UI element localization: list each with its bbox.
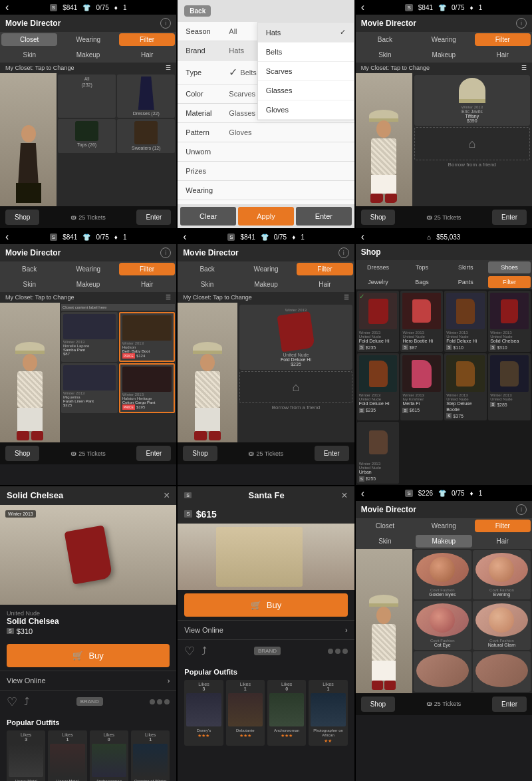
tab-filter-6[interactable]: Filter bbox=[488, 276, 531, 288]
outfit-4-8[interactable]: Likes1 Photographer on African ★★ bbox=[309, 680, 347, 746]
borrow-label-5[interactable]: Borrow from a friend bbox=[239, 404, 352, 410]
brand-btn-8[interactable]: BRAND bbox=[254, 647, 281, 655]
makeup-item-9-1[interactable]: Covit Fashion Golden Eyes bbox=[414, 550, 471, 599]
shop-btn-5[interactable]: Shop bbox=[183, 446, 217, 461]
tab-filter-9[interactable]: Filter bbox=[475, 520, 531, 532]
shop-item-6-2[interactable]: Winter 2013 United Nude Hero Bootie Hi S… bbox=[400, 291, 443, 352]
share-icon-8[interactable]: ⤴ bbox=[201, 645, 207, 657]
buy-btn-7[interactable]: 🛒 Buy bbox=[7, 644, 170, 667]
enter-btn-4[interactable]: Enter bbox=[136, 446, 171, 461]
borrow-label-3[interactable]: Borrow from a friend bbox=[414, 162, 530, 168]
tab-dresses-6[interactable]: Dresses bbox=[357, 261, 400, 273]
outfit-2-8[interactable]: Likes1 Debutante ★★★ bbox=[226, 680, 265, 746]
filter-wearing[interactable]: Wearing bbox=[178, 181, 354, 200]
makeup-item-9-3[interactable]: Covit Fashion Cat Eye bbox=[414, 601, 471, 650]
view-online-7[interactable]: View Online › bbox=[0, 671, 176, 690]
heart-icon-7[interactable]: ♡ bbox=[7, 695, 17, 709]
back-arrow-6[interactable]: ‹ bbox=[361, 231, 364, 243]
option-hats[interactable]: Hats✓ bbox=[258, 23, 354, 43]
outfit-3-7[interactable]: Likes0 Anchorwoman ★★★ bbox=[90, 730, 128, 781]
filter-clear-btn[interactable]: Clear bbox=[180, 207, 236, 226]
tab-filter-5[interactable]: Filter bbox=[297, 263, 352, 275]
outfit-1-7[interactable]: Likes3 Heavy Metal Rocker ★★★★ bbox=[7, 730, 45, 781]
tab-bags-6[interactable]: Bags bbox=[401, 276, 444, 288]
share-icon-7[interactable]: ⤴ bbox=[24, 696, 29, 708]
subtab-skin-9[interactable]: Skin bbox=[357, 535, 413, 547]
subtab-hair-3[interactable]: Hair bbox=[475, 49, 531, 61]
subtab-hair-4[interactable]: Hair bbox=[119, 278, 175, 291]
item-dresses-1[interactable]: Dresses (22) bbox=[117, 75, 175, 118]
tab-wearing-9[interactable]: Wearing bbox=[416, 520, 471, 532]
makeup-item-9-5[interactable] bbox=[414, 651, 471, 692]
shop-item-6-1[interactable]: ✓ Winter 2013 United Nude Fold Deluxe Hi… bbox=[357, 291, 400, 352]
info-icon-4[interactable]: i bbox=[160, 247, 171, 258]
filter-apply-btn[interactable]: Apply bbox=[238, 207, 294, 226]
item-tops-1[interactable]: Tops (26) bbox=[58, 119, 116, 152]
makeup-item-9-6[interactable] bbox=[473, 651, 531, 692]
subtab-makeup-9[interactable]: Makeup bbox=[416, 535, 471, 547]
outfit-3-8[interactable]: Likes0 Anchorwoman ★★★ bbox=[267, 680, 306, 746]
subtab-makeup-4[interactable]: Makeup bbox=[60, 278, 116, 291]
tab-wearing-5[interactable]: Wearing bbox=[238, 263, 294, 275]
info-icon-3[interactable]: i bbox=[516, 18, 527, 29]
shop-item-6-7[interactable]: Winter 2013 United Nude Step Deluxe Boot… bbox=[444, 353, 487, 420]
filter-unworn[interactable]: Unworn bbox=[178, 142, 354, 162]
back-arrow-1[interactable]: ‹ bbox=[5, 1, 9, 13]
subtab-hair-1[interactable]: Hair bbox=[119, 49, 175, 61]
option-belts[interactable]: Belts bbox=[258, 43, 354, 62]
tab-closet-1[interactable]: Closet bbox=[1, 33, 57, 46]
outfit-1-8[interactable]: Likes3 Danny's ★★★ bbox=[184, 680, 223, 746]
closet-item-4-3[interactable]: Winter 2013 Miguelina Farah Linen Pant $… bbox=[61, 363, 118, 413]
shop-item-6-6[interactable]: Winter 2013 Ivy Kirshner Merta Fi S$615 bbox=[400, 353, 443, 420]
filter-prizes[interactable]: Prizes bbox=[178, 162, 354, 181]
shop-item-6-4[interactable]: Winter 2013 United Nude Solid Chelsea S$… bbox=[488, 291, 531, 352]
option-gloves[interactable]: Gloves bbox=[258, 100, 354, 120]
close-btn-8[interactable]: × bbox=[341, 490, 347, 502]
back-arrow-4[interactable]: ‹ bbox=[5, 231, 9, 243]
back-arrow-3[interactable]: ‹ bbox=[361, 1, 364, 13]
filter-enter-btn[interactable]: Enter bbox=[296, 207, 352, 226]
filter-pattern[interactable]: Pattern Gloves bbox=[178, 123, 354, 142]
subtab-makeup-1[interactable]: Makeup bbox=[60, 49, 116, 61]
shop-item-6-8[interactable]: Winter 2013 United Nude S$285 bbox=[488, 353, 531, 420]
shop-btn-9[interactable]: Shop bbox=[361, 697, 395, 712]
tab-wearing-3[interactable]: Wearing bbox=[416, 33, 471, 46]
tab-back-5[interactable]: Back bbox=[179, 263, 235, 275]
shop-item-6-9[interactable]: Winter 2013 United Nude Urban S$255 bbox=[357, 422, 400, 483]
closet-item-4-4[interactable]: Winter 2013 Halston Heritage Cotton Carg… bbox=[119, 363, 176, 413]
enter-btn-1[interactable]: Enter bbox=[136, 210, 171, 225]
tab-skirts-6[interactable]: Skirts bbox=[444, 261, 487, 273]
tab-shoes-6[interactable]: Shoes bbox=[488, 261, 531, 273]
subtab-makeup-5[interactable]: Makeup bbox=[238, 278, 294, 291]
subtab-skin-5[interactable]: Skin bbox=[179, 278, 235, 291]
item-all-1[interactable]: All (232) bbox=[58, 75, 116, 118]
shop-item-6-5[interactable]: Winter 2013 United Nude Fold Deluxe Hi S… bbox=[357, 353, 400, 420]
subtab-hair-9[interactable]: Hair bbox=[475, 535, 531, 547]
subtab-hair-5[interactable]: Hair bbox=[297, 278, 352, 291]
shop-btn-4[interactable]: Shop bbox=[5, 446, 39, 461]
buy-btn-8[interactable]: 🛒 Buy bbox=[184, 593, 347, 617]
subtab-makeup-3[interactable]: Makeup bbox=[416, 49, 471, 61]
subtab-skin-4[interactable]: Skin bbox=[1, 278, 57, 291]
shop-item-6-3[interactable]: Winter 2013 United Nude Fold Deluxe Hi S… bbox=[444, 291, 487, 352]
tab-closet-9[interactable]: Closet bbox=[357, 520, 413, 532]
shop-btn-3[interactable]: Shop bbox=[361, 210, 395, 225]
back-arrow-9[interactable]: ‹ bbox=[361, 488, 364, 500]
tab-back-3[interactable]: Back bbox=[357, 33, 413, 46]
info-icon-5[interactable]: i bbox=[338, 247, 349, 258]
subtab-skin-1[interactable]: Skin bbox=[1, 49, 57, 61]
option-scarves[interactable]: Scarves bbox=[258, 62, 354, 81]
option-glasses[interactable]: Glasses bbox=[258, 81, 354, 100]
view-online-8[interactable]: View Online › bbox=[178, 620, 354, 639]
makeup-item-9-4[interactable]: Covit Fashion Natural Glam bbox=[473, 601, 531, 650]
closet-item-4-1[interactable]: Winter 2013 Norelle Lapore Samba Pant $8… bbox=[61, 312, 118, 362]
tab-wearing-4[interactable]: Wearing bbox=[60, 263, 116, 275]
closet-item-4-2[interactable]: Winter 2013 Hudson Beth Baby Boot PRICE$… bbox=[119, 312, 176, 362]
close-btn-7[interactable]: × bbox=[164, 490, 170, 502]
enter-btn-5[interactable]: Enter bbox=[315, 446, 349, 461]
tab-tops-6[interactable]: Tops bbox=[401, 261, 444, 273]
outfit-2-7[interactable]: Likes1 Heavy Metal Rocker ★★★ bbox=[48, 730, 86, 781]
makeup-item-9-2[interactable]: Covit Fashion Evening bbox=[473, 550, 531, 599]
tab-pants-6[interactable]: Pants bbox=[444, 276, 487, 288]
shop-btn-1[interactable]: Shop bbox=[5, 210, 39, 225]
